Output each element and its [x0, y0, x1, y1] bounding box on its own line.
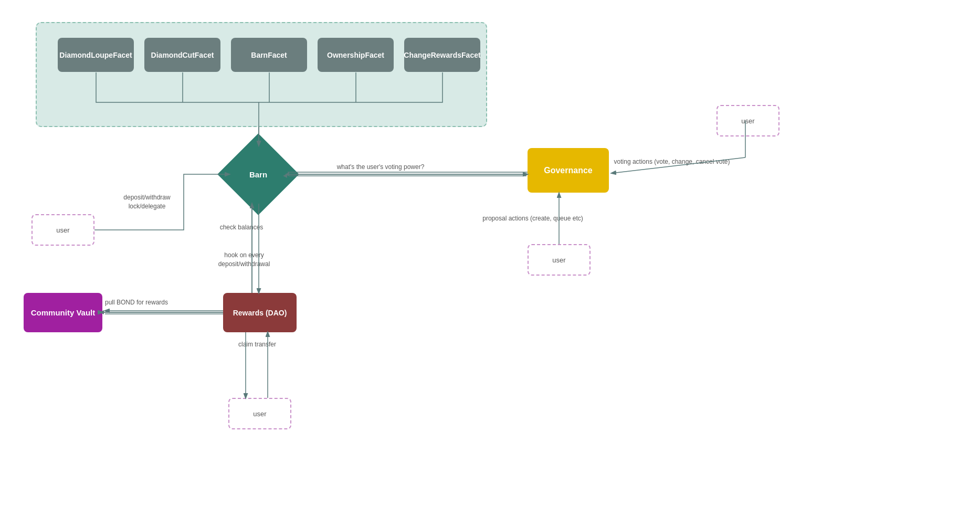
- user-left-node: user: [31, 214, 94, 246]
- community-vault-node: Community Vault: [24, 293, 102, 332]
- governance-node: Governance: [528, 148, 609, 193]
- deposit-withdraw-label: deposit/withdraw lock/delegate: [113, 193, 181, 211]
- voting-power-label: what's the user's voting power?: [315, 163, 446, 172]
- diamond-cut-facet: DiamondCutFacet: [144, 38, 220, 72]
- change-rewards-facet: ChangeRewardsFacet: [404, 38, 480, 72]
- claim-transfer-label: claim transfer: [220, 340, 294, 349]
- barn-facet: BarnFacet: [231, 38, 307, 72]
- user-governance-node: user: [528, 244, 591, 276]
- barn-label: Barn: [229, 145, 287, 203]
- user-bottom-node: user: [228, 398, 291, 429]
- pull-bond-label: pull BOND for rewards: [102, 298, 171, 307]
- voting-actions-label: voting actions (vote, change, cancel vot…: [612, 157, 732, 166]
- rewards-node: Rewards (DAO): [223, 293, 297, 332]
- user-top-right-node: user: [716, 105, 779, 136]
- proposal-actions-label: proposal actions (create, queue etc): [480, 214, 585, 223]
- ownership-facet: OwnershipFacet: [318, 38, 394, 72]
- check-balances-label: check balances: [210, 223, 273, 232]
- hook-deposit-label: hook on every deposit/withdrawal: [210, 251, 278, 269]
- diamond-loupe-facet: DiamondLoupeFacet: [58, 38, 134, 72]
